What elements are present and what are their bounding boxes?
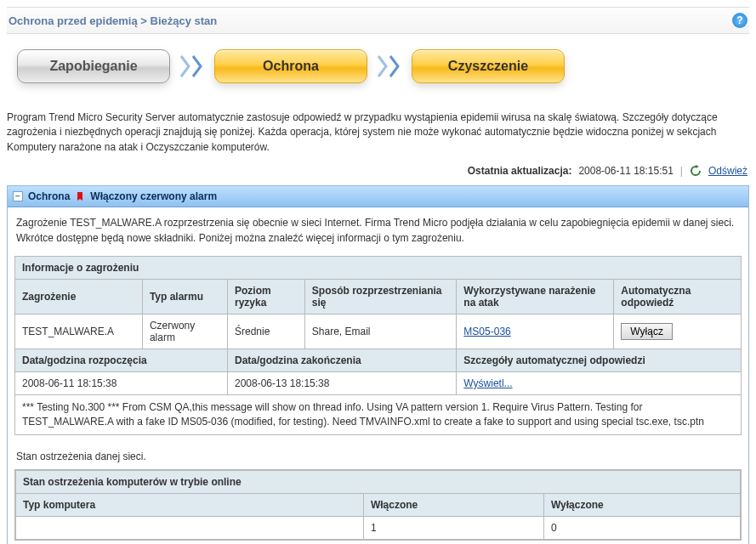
refresh-icon xyxy=(690,165,702,177)
cell-end: 2008-06-13 18:15:38 xyxy=(228,371,457,394)
breadcrumb: Ochrona przed epidemią > Bieżący stan xyxy=(9,14,217,27)
test-note: *** Testing No.300 *** From CSM QA,this … xyxy=(15,394,742,434)
cell-threat: TEST_MALWARE.A xyxy=(15,314,143,348)
alarm-label: Włączony czerwony alarm xyxy=(90,190,217,202)
col-computer-type: Typ komputera xyxy=(16,493,364,516)
step-prevention-label: Zapobieganie xyxy=(49,59,137,74)
table-row: TEST_MALWARE.A Czerwony alarm Średnie Sh… xyxy=(15,314,742,348)
chevron-group xyxy=(378,54,401,78)
cell-type xyxy=(16,516,364,539)
col-threat: Zagrożenie xyxy=(15,279,143,314)
cell-details: Wyświetl... xyxy=(457,371,742,394)
status-table: Stan ostrzeżenia komputerów w trybie onl… xyxy=(14,469,742,541)
table-row: 2008-06-11 18:15:38 2008-06-13 18:15:38 … xyxy=(15,371,742,394)
col-alerttype: Typ alarmu xyxy=(142,279,227,314)
table-row: 1 0 xyxy=(16,516,741,539)
chevron-right-icon xyxy=(192,54,204,78)
help-icon[interactable]: ? xyxy=(732,13,747,28)
table-section-header: Informacje o zagrożeniu xyxy=(15,256,742,279)
chevron-right-icon xyxy=(389,54,401,78)
cell-vuln: MS05-036 xyxy=(457,314,614,348)
col-start: Data/godzina rozpoczęcia xyxy=(15,348,228,371)
status-title: Stan ostrzeżenia danej sieci. xyxy=(14,435,742,469)
protection-panel: − Ochrona Włączony czerwony alarm Zagroż… xyxy=(7,185,749,544)
threat-info-table: Informacje o zagrożeniu Zagrożenie Typ a… xyxy=(14,256,742,435)
panel-title: Ochrona xyxy=(28,190,70,202)
alarm-icon xyxy=(75,190,85,202)
collapse-icon[interactable]: − xyxy=(13,191,23,201)
chevron-right-icon xyxy=(180,54,192,78)
col-details: Szczegóły automatycznej odpowiedzi xyxy=(457,348,742,371)
disable-button[interactable]: Wyłącz xyxy=(621,323,673,340)
col-risk: Poziom ryzyka xyxy=(228,279,305,314)
cell-disabled: 0 xyxy=(543,516,740,539)
col-spread: Sposób rozprzestrzeniania się xyxy=(304,279,457,314)
step-cleanup[interactable]: Czyszczenie xyxy=(412,49,565,83)
col-enabled: Włączone xyxy=(363,493,543,516)
col-autoresp: Automatyczna odpowiedź xyxy=(614,279,742,314)
cell-risk: Średnie xyxy=(228,314,305,348)
col-vuln: Wykorzystywane narażenie na atak xyxy=(457,279,614,314)
header-bar: Ochrona przed epidemią > Bieżący stan ? xyxy=(7,7,749,34)
step-protection-label: Ochrona xyxy=(263,59,319,74)
last-update-value: 2008-06-11 18:15:51 xyxy=(578,165,673,177)
refresh-link[interactable]: Odśwież xyxy=(708,165,747,177)
cell-alerttype: Czerwony alarm xyxy=(142,314,227,348)
status-table-title: Stan ostrzeżenia komputerów w trybie onl… xyxy=(16,470,741,493)
refresh-row: Ostatnia aktualizacja: 2008-06-11 18:15:… xyxy=(7,162,749,185)
separator: | xyxy=(680,165,683,177)
chevron-right-icon xyxy=(378,54,389,78)
panel-description: Zagrożenie TEST_MALWARE.A rozprzestrzeni… xyxy=(14,214,742,256)
step-protection[interactable]: Ochrona xyxy=(214,49,367,83)
cell-spread: Share, Email xyxy=(304,314,457,348)
cell-start: 2008-06-11 18:15:38 xyxy=(15,371,228,394)
step-prevention[interactable]: Zapobieganie xyxy=(17,49,170,83)
step-cleanup-label: Czyszczenie xyxy=(448,59,528,74)
vulnerability-link[interactable]: MS05-036 xyxy=(463,326,510,337)
col-end: Data/godzina zakończenia xyxy=(228,348,457,371)
intro-text: Program Trend Micro Security Server auto… xyxy=(7,107,749,162)
chevron-group xyxy=(180,54,204,78)
workflow-steps: Zapobieganie Ochrona Czyszczenie xyxy=(7,34,749,107)
panel-header: − Ochrona Włączony czerwony alarm xyxy=(8,186,748,207)
col-disabled: Wyłączone xyxy=(543,493,740,516)
last-update-label: Ostatnia aktualizacja: xyxy=(468,165,572,177)
view-details-link[interactable]: Wyświetl... xyxy=(463,377,512,389)
cell-enabled: 1 xyxy=(363,516,543,539)
cell-autoresp: Wyłącz xyxy=(614,314,742,348)
